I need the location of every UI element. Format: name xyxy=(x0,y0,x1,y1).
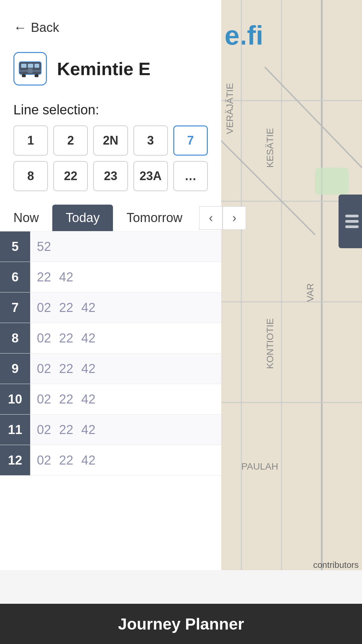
hour-9: 9 xyxy=(0,354,30,384)
back-button[interactable]: ← Back xyxy=(13,20,59,35)
hour-10: 10 xyxy=(0,384,30,414)
minutes-8: 02 22 42 xyxy=(30,323,221,353)
tab-tomorrow[interactable]: Tomorrow xyxy=(113,205,196,231)
strip-line-1 xyxy=(345,215,359,217)
minutes-11: 02 22 42 xyxy=(30,415,221,445)
minute-11-02[interactable]: 02 xyxy=(37,423,51,437)
schedule-row-12: 12 02 22 42 xyxy=(0,445,221,476)
svg-text:KESÄTIE: KESÄTIE xyxy=(265,128,275,168)
line-btn-1[interactable]: 1 xyxy=(13,125,48,156)
svg-text:VAR: VAR xyxy=(305,283,315,302)
stop-header: Kemintie E xyxy=(0,45,221,96)
line-btn-8[interactable]: 8 xyxy=(13,161,48,191)
main-panel: ← Back Kemintie E Li xyxy=(0,0,221,570)
minute-8-42[interactable]: 42 xyxy=(81,331,96,345)
map-background: VERÄJÄTIE KESÄTIE VAR KONTIOTIE PAULAH xyxy=(215,0,362,570)
back-arrow-icon: ← xyxy=(13,20,27,35)
svg-text:KONTIOTIE: KONTIOTIE xyxy=(265,318,275,369)
tab-today[interactable]: Today xyxy=(52,205,113,231)
minute-11-42[interactable]: 42 xyxy=(81,423,96,437)
minute-11-22[interactable]: 22 xyxy=(59,423,73,437)
minute-6-42[interactable]: 42 xyxy=(59,270,73,284)
minute-10-42[interactable]: 42 xyxy=(81,392,96,407)
hour-7: 7 xyxy=(0,292,30,323)
line-grid: 1 2 2N 3 7 8 22 23 23A … xyxy=(13,125,208,191)
tab-next-button[interactable]: › xyxy=(223,206,246,230)
minute-7-22[interactable]: 22 xyxy=(59,301,73,315)
schedule-row-10: 10 02 22 42 xyxy=(0,384,221,415)
line-selection-section: Line selection: 1 2 2N 3 7 8 22 23 23A … xyxy=(0,96,221,198)
tab-nav: ‹ › xyxy=(199,206,246,230)
line-btn-22[interactable]: 22 xyxy=(53,161,88,191)
minute-10-22[interactable]: 22 xyxy=(59,392,73,407)
minute-9-42[interactable]: 42 xyxy=(81,362,96,376)
line-btn-3[interactable]: 3 xyxy=(133,125,168,156)
stop-name: Kemintie E xyxy=(57,58,150,79)
minute-12-02[interactable]: 02 xyxy=(37,453,51,468)
minute-8-22[interactable]: 22 xyxy=(59,331,73,345)
schedule-row-11: 11 02 22 42 xyxy=(0,415,221,445)
back-area: ← Back xyxy=(0,0,221,45)
line-btn-2[interactable]: 2 xyxy=(53,125,88,156)
strip-line-3 xyxy=(345,225,359,228)
minute-7-02[interactable]: 02 xyxy=(37,301,51,315)
minutes-9: 02 22 42 xyxy=(30,354,221,384)
schedule-row-9: 9 02 22 42 xyxy=(0,354,221,384)
line-row-1: 1 2 2N 3 7 xyxy=(13,125,208,156)
minutes-12: 02 22 42 xyxy=(30,445,221,475)
strip-line-2 xyxy=(345,220,359,223)
minute-8-02[interactable]: 02 xyxy=(37,331,51,345)
bottom-bar-label: Journey Planner xyxy=(118,615,244,633)
minute-10-02[interactable]: 02 xyxy=(37,392,51,407)
svg-line-7 xyxy=(265,67,362,168)
schedule-row-6: 6 22 42 xyxy=(0,262,221,292)
svg-rect-17 xyxy=(28,64,33,68)
svg-rect-18 xyxy=(35,64,39,68)
line-btn-2n[interactable]: 2N xyxy=(93,125,128,156)
hour-8: 8 xyxy=(0,323,30,353)
minute-9-22[interactable]: 22 xyxy=(59,362,73,376)
minute-5-52[interactable]: 52 xyxy=(37,239,51,254)
schedule-row-7: 7 02 22 42 xyxy=(0,292,221,323)
time-tabs: Now Today Tomorrow ‹ › xyxy=(0,198,221,231)
minutes-10: 02 22 42 xyxy=(30,384,221,414)
line-selection-label: Line selection: xyxy=(13,102,208,117)
bottom-bar[interactable]: Journey Planner xyxy=(0,604,362,644)
line-btn-7[interactable]: 7 xyxy=(173,125,208,156)
back-label: Back xyxy=(31,20,59,35)
svg-rect-16 xyxy=(21,64,26,68)
line-row-2: 8 22 23 23A … xyxy=(13,161,208,191)
minute-12-22[interactable]: 22 xyxy=(59,453,73,468)
minutes-7: 02 22 42 xyxy=(30,292,221,323)
minutes-6: 22 42 xyxy=(30,262,221,292)
hour-6: 6 xyxy=(0,262,30,292)
bus-icon xyxy=(18,60,42,77)
hour-11: 11 xyxy=(0,415,30,445)
hour-5: 5 xyxy=(0,231,30,262)
minute-12-42[interactable]: 42 xyxy=(81,453,96,468)
line-btn-more[interactable]: … xyxy=(173,161,208,191)
hour-12: 12 xyxy=(0,445,30,475)
tab-now[interactable]: Now xyxy=(0,205,52,231)
map-attribution: contributors xyxy=(313,560,359,570)
schedule-table: 5 52 6 22 42 7 02 22 42 8 02 22 xyxy=(0,231,221,476)
line-btn-23a[interactable]: 23A xyxy=(133,161,168,191)
svg-rect-22 xyxy=(19,70,41,71)
schedule-row-5: 5 52 xyxy=(0,231,221,262)
minute-7-42[interactable]: 42 xyxy=(81,301,96,315)
schedule-row-8: 8 02 22 42 xyxy=(0,323,221,354)
bus-icon-container xyxy=(13,52,47,86)
svg-text:PAULAH: PAULAH xyxy=(241,461,278,472)
tab-prev-button[interactable]: ‹ xyxy=(199,206,223,230)
minute-6-22[interactable]: 22 xyxy=(37,270,51,284)
sidebar-strip[interactable] xyxy=(339,195,362,248)
minutes-5: 52 xyxy=(30,231,221,262)
minute-9-02[interactable]: 02 xyxy=(37,362,51,376)
svg-rect-14 xyxy=(315,168,349,195)
line-btn-23[interactable]: 23 xyxy=(93,161,128,191)
svg-text:VERÄJÄTIE: VERÄJÄTIE xyxy=(225,83,235,134)
